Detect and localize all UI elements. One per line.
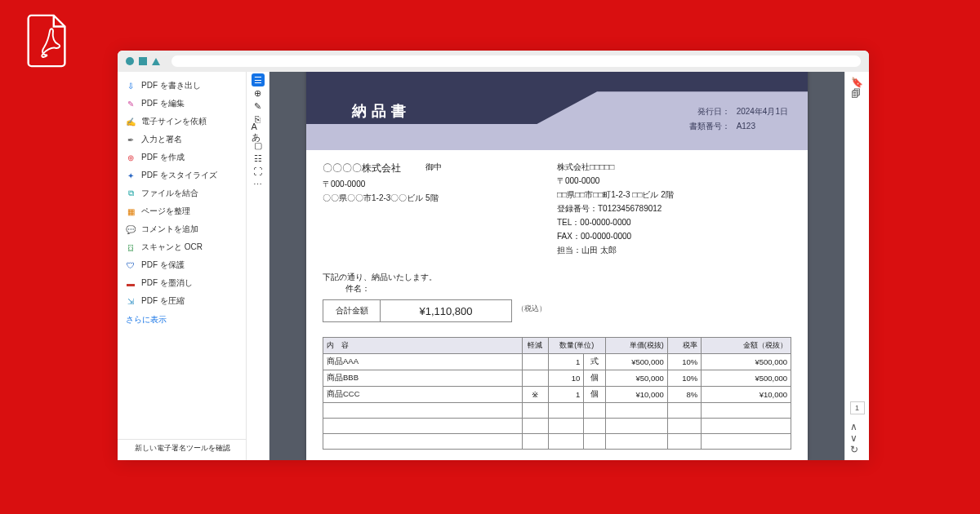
sidebar-item-8[interactable]: 💬コメントを追加: [118, 220, 246, 238]
tool-icon: 🛡: [126, 260, 136, 270]
table-row: [323, 419, 791, 434]
toolstrip-icon-6[interactable]: ☷: [252, 152, 265, 165]
sidebar-item-0[interactable]: ⇩PDF を書き出し: [118, 77, 246, 95]
tool-icon: ⇩: [126, 81, 136, 91]
page-number[interactable]: 1: [850, 401, 865, 414]
toolstrip-icon-4[interactable]: Aあ: [252, 126, 265, 139]
document-page: 納品書 発行日：2024年4月1日 書類番号：A123 〇〇〇〇株式会社御中 〒…: [306, 72, 808, 460]
table-row: 商品AAA1式¥500,00010%¥500,000: [323, 354, 791, 370]
tool-icon: ✒: [126, 135, 136, 144]
doc-header: 納品書 発行日：2024年4月1日 書類番号：A123: [306, 72, 808, 150]
items-table: 内 容 軽減 数量(単位) 単価(税抜) 税率 金額（税抜） 商品AAA1式¥5…: [323, 337, 791, 450]
sender-block: 株式会社□□□□□ 〒000-0000 □□県□□市□□町1-2-3 □□ビル …: [557, 162, 791, 259]
tool-icon: ⌼: [126, 242, 136, 252]
tool-icon: ▦: [126, 206, 136, 216]
sidebar-item-10[interactable]: 🛡PDF を保護: [118, 256, 246, 274]
toolstrip-icon-0[interactable]: ☰: [252, 73, 265, 86]
tool-icon: 💬: [126, 224, 136, 234]
issue-date: 2024年4月1日: [737, 107, 788, 116]
sidebar-item-label: PDF を書き出し: [141, 80, 201, 91]
sidebar-item-6[interactable]: ⧉ファイルを結合: [118, 184, 246, 202]
sidebar-item-label: コメントを追加: [141, 224, 198, 235]
adobe-pdf-logo-icon: [23, 12, 72, 69]
sidebar-item-7[interactable]: ▦ページを整理: [118, 202, 246, 220]
titlebar: [118, 51, 869, 72]
sidebar-item-label: PDF を保護: [141, 259, 185, 271]
tool-icon: ✦: [126, 171, 136, 180]
tool-icon: ⇲: [126, 296, 136, 306]
tool-icon: ✎: [126, 99, 136, 109]
sidebar-item-label: ファイルを結合: [141, 188, 198, 199]
subject-label: 件名：: [323, 283, 791, 295]
sidebar-item-1[interactable]: ✎PDF を編集: [118, 95, 246, 113]
url-bar[interactable]: [172, 55, 861, 67]
rail-top-icon-0[interactable]: 🔖: [851, 77, 863, 88]
sidebar-item-4[interactable]: ⊕PDF を作成: [118, 148, 246, 166]
tool-icon: ▬: [126, 278, 136, 288]
rail-bottom-icon-1[interactable]: ∨: [850, 432, 865, 444]
table-row: 商品BBB10個¥50,00010%¥500,000: [323, 370, 791, 387]
tool-icon: ✍: [126, 117, 136, 126]
toolstrip-icon-7[interactable]: ⛶: [252, 165, 265, 178]
sidebar-show-more[interactable]: さらに表示: [118, 310, 246, 330]
rail-bottom-icon-2[interactable]: ↻: [850, 444, 865, 455]
sidebar-item-label: PDF を作成: [141, 152, 185, 163]
tool-icon: ⧉: [126, 188, 136, 198]
sidebar-item-12[interactable]: ⇲PDF を圧縮: [118, 292, 246, 310]
app-window: ⇩PDF を書き出し✎PDF を編集✍電子サインを依頼✒入力と署名⊕PDF を作…: [118, 51, 869, 460]
toolstrip-icon-8[interactable]: ⋯: [252, 178, 265, 191]
doc-title: 納品書: [352, 101, 411, 121]
sidebar-item-label: PDF を編集: [141, 98, 185, 109]
client-block: 〇〇〇〇株式会社御中 〒000-0000 〇〇県〇〇市1-2-3〇〇ビル 5階: [323, 162, 557, 259]
sidebar-item-11[interactable]: ▬PDF を墨消し: [118, 274, 246, 292]
window-square-icon: [139, 57, 147, 65]
right-rail: 🔖🗐 1 ∧∨↻: [844, 72, 869, 460]
sidebar-item-label: 電子サインを依頼: [141, 116, 207, 127]
sidebar-footer[interactable]: 新しい電子署名ツールを確認: [118, 439, 247, 457]
sidebar-item-label: 入力と署名: [141, 134, 182, 145]
total-box: 合計金額 ¥1,110,800: [323, 299, 512, 322]
table-row: [323, 403, 791, 419]
doc-number: A123: [737, 122, 755, 131]
tool-icon: ⊕: [126, 153, 136, 162]
sidebar-item-label: スキャンと OCR: [141, 241, 203, 253]
sidebar-item-9[interactable]: ⌼スキャンと OCR: [118, 238, 246, 256]
note-text: 下記の通り、納品いたします。: [323, 272, 791, 283]
vertical-toolstrip: ☰⊕✎⎘Aあ▢☷⛶⋯: [247, 72, 270, 460]
window-dot-icon: [126, 57, 134, 65]
sidebar-item-label: ページを整理: [141, 206, 190, 217]
sidebar-item-5[interactable]: ✦PDF をスタイライズ: [118, 166, 246, 184]
rail-bottom-icon-0[interactable]: ∧: [850, 421, 865, 432]
sidebar-item-label: PDF を墨消し: [141, 277, 193, 289]
toolstrip-icon-2[interactable]: ✎: [252, 100, 265, 113]
table-row: [323, 434, 791, 450]
document-area: 納品書 発行日：2024年4月1日 書類番号：A123 〇〇〇〇株式会社御中 〒…: [270, 72, 844, 460]
rail-top-icon-1[interactable]: 🗐: [851, 88, 863, 100]
sidebar-item-label: PDF を圧縮: [141, 295, 185, 307]
sidebar-item-2[interactable]: ✍電子サインを依頼: [118, 113, 246, 131]
sidebar-item-label: PDF をスタイライズ: [141, 170, 217, 181]
window-triangle-icon: [152, 58, 160, 65]
sidebar-item-3[interactable]: ✒入力と署名: [118, 131, 246, 148]
table-row: 商品CCC※1個¥10,0008%¥10,000: [323, 387, 791, 403]
toolstrip-icon-1[interactable]: ⊕: [252, 86, 265, 100]
tools-sidebar: ⇩PDF を書き出し✎PDF を編集✍電子サインを依頼✒入力と署名⊕PDF を作…: [118, 72, 247, 460]
